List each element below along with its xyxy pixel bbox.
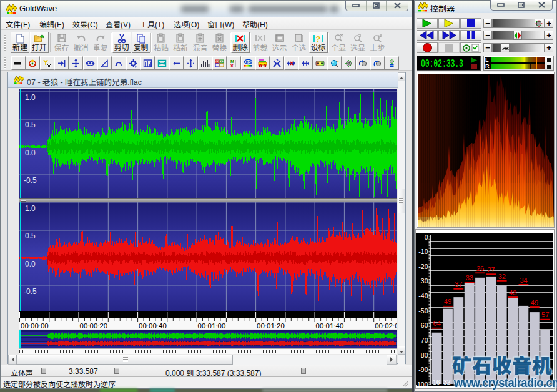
svg-text:37: 37 <box>455 280 462 288</box>
svg-text:00:02:00: 00:02:00 <box>375 322 397 329</box>
svg-text:64: 64 <box>433 320 441 327</box>
svg-text:-70: -70 <box>418 336 428 344</box>
svg-text:M: M <box>216 59 219 63</box>
svg-text:-100: -100 <box>416 381 428 386</box>
svg-text:-50: -50 <box>418 307 428 315</box>
svg-text:-80: -80 <box>418 351 428 359</box>
svg-text:49: 49 <box>444 298 451 305</box>
svg-text:M: M <box>230 59 234 64</box>
svg-text:26: 26 <box>476 265 484 272</box>
svg-text:0.0: 0.0 <box>25 260 36 268</box>
svg-text:0: 0 <box>425 233 428 241</box>
svg-text:X: X <box>220 59 223 63</box>
svg-text:1.0: 1.0 <box>25 93 36 102</box>
svg-text:-40: -40 <box>418 292 428 300</box>
svg-text:1.0: 1.0 <box>25 204 36 213</box>
svg-text:-0.5: -0.5 <box>24 287 37 296</box>
svg-text:00:01:00: 00:01:00 <box>198 322 226 329</box>
svg-text:49: 49 <box>531 299 538 306</box>
svg-text:-0.5: -0.5 <box>24 176 37 185</box>
svg-text:27: 27 <box>487 266 495 273</box>
svg-text:00:01:40: 00:01:40 <box>316 322 344 329</box>
svg-text:16: 16 <box>433 378 440 386</box>
svg-text:32: 32 <box>498 273 506 280</box>
svg-text:0.5: 0.5 <box>25 120 36 129</box>
svg-text:00:00:00: 00:00:00 <box>21 322 49 329</box>
svg-text:-30: -30 <box>418 277 428 285</box>
svg-text:-60: -60 <box>418 321 428 329</box>
svg-text:EQ: EQ <box>246 60 252 64</box>
svg-text:43: 43 <box>509 289 516 296</box>
svg-text:-20: -20 <box>418 263 428 270</box>
svg-text:X: X <box>230 64 234 68</box>
svg-text:-10: -10 <box>418 248 428 255</box>
svg-text:00:01:20: 00:01:20 <box>257 322 285 329</box>
svg-text:0.5: 0.5 <box>25 232 36 240</box>
svg-text:34: 34 <box>520 277 527 284</box>
svg-text:32: 32 <box>443 378 451 386</box>
svg-text:-90: -90 <box>418 366 428 373</box>
svg-text:00:00:20: 00:00:20 <box>80 322 108 329</box>
svg-text:0.0: 0.0 <box>25 149 36 157</box>
svg-text:00:00:40: 00:00:40 <box>139 322 167 329</box>
svg-text:33: 33 <box>466 274 473 282</box>
svg-text:57: 57 <box>541 311 549 318</box>
